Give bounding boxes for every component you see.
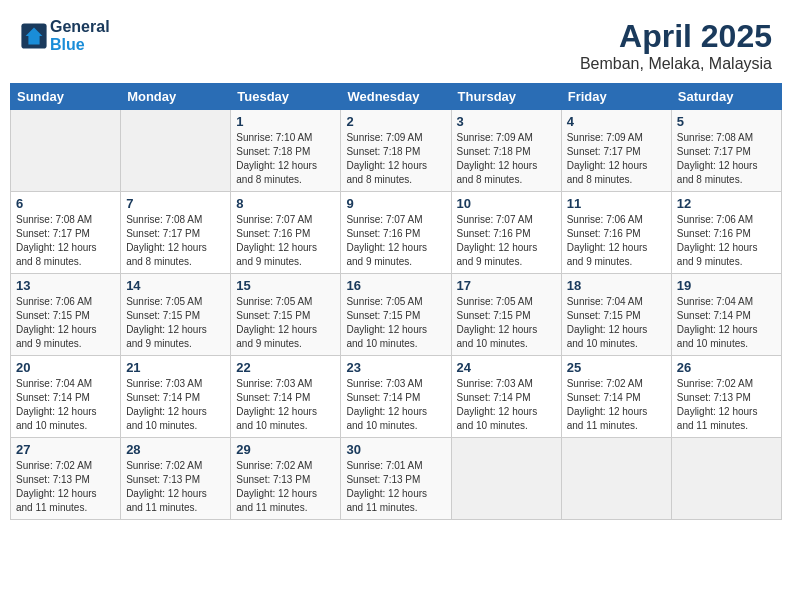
cell-info: Sunrise: 7:07 AMSunset: 7:16 PMDaylight:…: [236, 213, 335, 269]
day-number: 8: [236, 196, 335, 211]
calendar-cell: 10Sunrise: 7:07 AMSunset: 7:16 PMDayligh…: [451, 192, 561, 274]
weekday-header: Thursday: [451, 84, 561, 110]
day-number: 17: [457, 278, 556, 293]
day-number: 4: [567, 114, 666, 129]
calendar-header: SundayMondayTuesdayWednesdayThursdayFrid…: [11, 84, 782, 110]
calendar-cell: 20Sunrise: 7:04 AMSunset: 7:14 PMDayligh…: [11, 356, 121, 438]
day-number: 5: [677, 114, 776, 129]
calendar-cell: 17Sunrise: 7:05 AMSunset: 7:15 PMDayligh…: [451, 274, 561, 356]
logo: General Blue: [20, 18, 110, 53]
calendar-cell: [121, 110, 231, 192]
calendar-cell: 18Sunrise: 7:04 AMSunset: 7:15 PMDayligh…: [561, 274, 671, 356]
calendar-cell: 4Sunrise: 7:09 AMSunset: 7:17 PMDaylight…: [561, 110, 671, 192]
calendar-cell: 8Sunrise: 7:07 AMSunset: 7:16 PMDaylight…: [231, 192, 341, 274]
logo-text: General Blue: [50, 18, 110, 53]
cell-info: Sunrise: 7:01 AMSunset: 7:13 PMDaylight:…: [346, 459, 445, 515]
calendar-cell: 29Sunrise: 7:02 AMSunset: 7:13 PMDayligh…: [231, 438, 341, 520]
calendar-cell: 23Sunrise: 7:03 AMSunset: 7:14 PMDayligh…: [341, 356, 451, 438]
logo-icon: [20, 22, 48, 50]
day-number: 14: [126, 278, 225, 293]
cell-info: Sunrise: 7:08 AMSunset: 7:17 PMDaylight:…: [677, 131, 776, 187]
calendar-cell: 30Sunrise: 7:01 AMSunset: 7:13 PMDayligh…: [341, 438, 451, 520]
cell-info: Sunrise: 7:02 AMSunset: 7:13 PMDaylight:…: [677, 377, 776, 433]
cell-info: Sunrise: 7:04 AMSunset: 7:14 PMDaylight:…: [677, 295, 776, 351]
calendar-cell: 19Sunrise: 7:04 AMSunset: 7:14 PMDayligh…: [671, 274, 781, 356]
calendar-title: April 2025: [580, 18, 772, 55]
cell-info: Sunrise: 7:02 AMSunset: 7:13 PMDaylight:…: [16, 459, 115, 515]
day-number: 12: [677, 196, 776, 211]
weekday-header: Saturday: [671, 84, 781, 110]
calendar-cell: [561, 438, 671, 520]
calendar-cell: 1Sunrise: 7:10 AMSunset: 7:18 PMDaylight…: [231, 110, 341, 192]
day-number: 25: [567, 360, 666, 375]
cell-info: Sunrise: 7:03 AMSunset: 7:14 PMDaylight:…: [126, 377, 225, 433]
calendar-cell: 15Sunrise: 7:05 AMSunset: 7:15 PMDayligh…: [231, 274, 341, 356]
calendar-cell: 27Sunrise: 7:02 AMSunset: 7:13 PMDayligh…: [11, 438, 121, 520]
calendar-cell: 6Sunrise: 7:08 AMSunset: 7:17 PMDaylight…: [11, 192, 121, 274]
calendar-body: 1Sunrise: 7:10 AMSunset: 7:18 PMDaylight…: [11, 110, 782, 520]
cell-info: Sunrise: 7:04 AMSunset: 7:14 PMDaylight:…: [16, 377, 115, 433]
cell-info: Sunrise: 7:02 AMSunset: 7:14 PMDaylight:…: [567, 377, 666, 433]
day-number: 10: [457, 196, 556, 211]
title-block: April 2025 Bemban, Melaka, Malaysia: [580, 18, 772, 73]
day-number: 20: [16, 360, 115, 375]
cell-info: Sunrise: 7:05 AMSunset: 7:15 PMDaylight:…: [457, 295, 556, 351]
cell-info: Sunrise: 7:08 AMSunset: 7:17 PMDaylight:…: [16, 213, 115, 269]
calendar-cell: 5Sunrise: 7:08 AMSunset: 7:17 PMDaylight…: [671, 110, 781, 192]
calendar-cell: 25Sunrise: 7:02 AMSunset: 7:14 PMDayligh…: [561, 356, 671, 438]
calendar-cell: 7Sunrise: 7:08 AMSunset: 7:17 PMDaylight…: [121, 192, 231, 274]
cell-info: Sunrise: 7:07 AMSunset: 7:16 PMDaylight:…: [457, 213, 556, 269]
cell-info: Sunrise: 7:05 AMSunset: 7:15 PMDaylight:…: [236, 295, 335, 351]
calendar-cell: 12Sunrise: 7:06 AMSunset: 7:16 PMDayligh…: [671, 192, 781, 274]
cell-info: Sunrise: 7:06 AMSunset: 7:16 PMDaylight:…: [567, 213, 666, 269]
day-number: 6: [16, 196, 115, 211]
calendar-cell: 21Sunrise: 7:03 AMSunset: 7:14 PMDayligh…: [121, 356, 231, 438]
cell-info: Sunrise: 7:05 AMSunset: 7:15 PMDaylight:…: [126, 295, 225, 351]
calendar-cell: 16Sunrise: 7:05 AMSunset: 7:15 PMDayligh…: [341, 274, 451, 356]
calendar-cell: 2Sunrise: 7:09 AMSunset: 7:18 PMDaylight…: [341, 110, 451, 192]
cell-info: Sunrise: 7:09 AMSunset: 7:18 PMDaylight:…: [457, 131, 556, 187]
day-number: 19: [677, 278, 776, 293]
cell-info: Sunrise: 7:06 AMSunset: 7:15 PMDaylight:…: [16, 295, 115, 351]
day-number: 27: [16, 442, 115, 457]
day-number: 24: [457, 360, 556, 375]
day-number: 16: [346, 278, 445, 293]
calendar-cell: 9Sunrise: 7:07 AMSunset: 7:16 PMDaylight…: [341, 192, 451, 274]
calendar-cell: 28Sunrise: 7:02 AMSunset: 7:13 PMDayligh…: [121, 438, 231, 520]
day-number: 1: [236, 114, 335, 129]
cell-info: Sunrise: 7:09 AMSunset: 7:17 PMDaylight:…: [567, 131, 666, 187]
cell-info: Sunrise: 7:10 AMSunset: 7:18 PMDaylight:…: [236, 131, 335, 187]
page-header: General Blue April 2025 Bemban, Melaka, …: [10, 10, 782, 77]
day-number: 18: [567, 278, 666, 293]
cell-info: Sunrise: 7:07 AMSunset: 7:16 PMDaylight:…: [346, 213, 445, 269]
calendar-cell: 13Sunrise: 7:06 AMSunset: 7:15 PMDayligh…: [11, 274, 121, 356]
weekday-header: Monday: [121, 84, 231, 110]
day-number: 28: [126, 442, 225, 457]
calendar-cell: 3Sunrise: 7:09 AMSunset: 7:18 PMDaylight…: [451, 110, 561, 192]
calendar-cell: 26Sunrise: 7:02 AMSunset: 7:13 PMDayligh…: [671, 356, 781, 438]
day-number: 30: [346, 442, 445, 457]
cell-info: Sunrise: 7:08 AMSunset: 7:17 PMDaylight:…: [126, 213, 225, 269]
weekday-header: Tuesday: [231, 84, 341, 110]
calendar-cell: 14Sunrise: 7:05 AMSunset: 7:15 PMDayligh…: [121, 274, 231, 356]
cell-info: Sunrise: 7:05 AMSunset: 7:15 PMDaylight:…: [346, 295, 445, 351]
cell-info: Sunrise: 7:03 AMSunset: 7:14 PMDaylight:…: [457, 377, 556, 433]
day-number: 3: [457, 114, 556, 129]
day-number: 23: [346, 360, 445, 375]
calendar-cell: [11, 110, 121, 192]
calendar-cell: 24Sunrise: 7:03 AMSunset: 7:14 PMDayligh…: [451, 356, 561, 438]
weekday-header: Friday: [561, 84, 671, 110]
day-number: 13: [16, 278, 115, 293]
calendar-table: SundayMondayTuesdayWednesdayThursdayFrid…: [10, 83, 782, 520]
calendar-cell: 22Sunrise: 7:03 AMSunset: 7:14 PMDayligh…: [231, 356, 341, 438]
calendar-cell: [671, 438, 781, 520]
calendar-subtitle: Bemban, Melaka, Malaysia: [580, 55, 772, 73]
cell-info: Sunrise: 7:03 AMSunset: 7:14 PMDaylight:…: [236, 377, 335, 433]
calendar-cell: 11Sunrise: 7:06 AMSunset: 7:16 PMDayligh…: [561, 192, 671, 274]
cell-info: Sunrise: 7:09 AMSunset: 7:18 PMDaylight:…: [346, 131, 445, 187]
day-number: 21: [126, 360, 225, 375]
day-number: 9: [346, 196, 445, 211]
calendar-cell: [451, 438, 561, 520]
day-number: 2: [346, 114, 445, 129]
cell-info: Sunrise: 7:02 AMSunset: 7:13 PMDaylight:…: [126, 459, 225, 515]
